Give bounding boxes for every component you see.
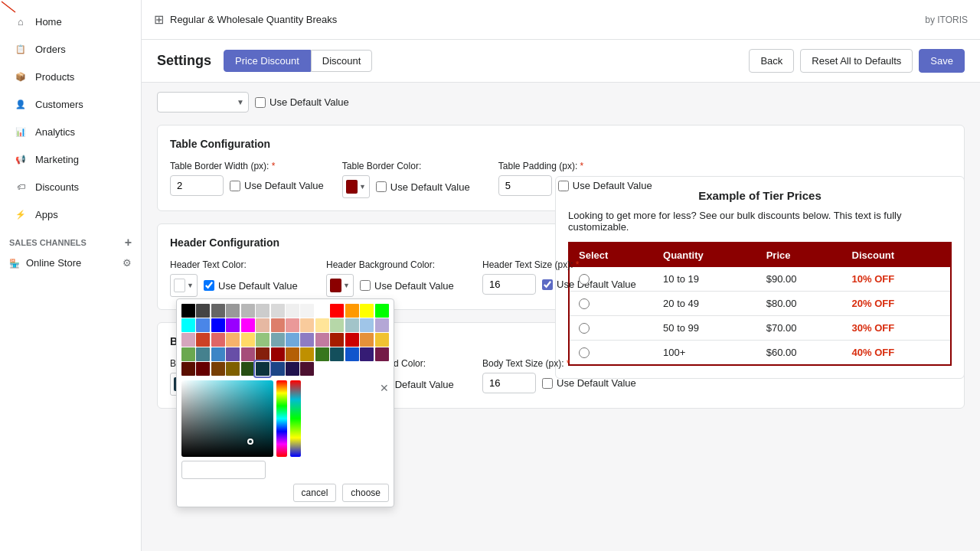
sidebar-item-marketing[interactable]: Marketing — [5, 146, 136, 172]
header-bg-checkbox[interactable] — [360, 280, 371, 291]
header-bg-color-swatch[interactable]: ▼ — [326, 274, 354, 297]
palette-color-61[interactable] — [256, 362, 270, 376]
header-text-color-use-default[interactable]: Use Default Value — [204, 280, 298, 292]
palette-color-17[interactable] — [226, 318, 240, 332]
palette-color-42[interactable] — [181, 347, 195, 361]
header-text-size-input[interactable] — [482, 274, 536, 295]
palette-color-26[interactable] — [360, 318, 374, 332]
header-text-size-checkbox[interactable] — [542, 279, 553, 290]
palette-color-35[interactable] — [286, 333, 299, 347]
palette-color-10[interactable] — [330, 304, 344, 318]
palette-color-19[interactable] — [256, 318, 270, 332]
body-text-size-use-default[interactable]: Use Default Value — [542, 377, 636, 389]
palette-color-2[interactable] — [211, 304, 225, 318]
palette-color-23[interactable] — [315, 318, 329, 332]
palette-color-63[interactable] — [286, 362, 299, 376]
alpha-slider[interactable] — [290, 380, 301, 457]
palette-color-55[interactable] — [375, 347, 389, 361]
palette-color-24[interactable] — [330, 318, 344, 332]
sidebar-item-home[interactable]: Home — [5, 8, 136, 34]
palette-color-9[interactable] — [315, 304, 329, 318]
palette-color-14[interactable] — [181, 318, 195, 332]
palette-color-36[interactable] — [300, 333, 314, 347]
header-text-color-swatch[interactable]: ▼ — [170, 274, 198, 297]
palette-color-58[interactable] — [211, 362, 225, 376]
palette-color-51[interactable] — [315, 347, 329, 361]
palette-color-37[interactable] — [315, 333, 329, 347]
palette-color-43[interactable] — [196, 347, 210, 361]
palette-color-52[interactable] — [330, 347, 344, 361]
tier-radio-2[interactable] — [579, 323, 590, 334]
tier-radio-0[interactable] — [579, 274, 590, 285]
palette-color-46[interactable] — [241, 347, 255, 361]
palette-color-40[interactable] — [360, 333, 374, 347]
palette-color-8[interactable] — [300, 304, 314, 318]
palette-color-4[interactable] — [241, 304, 255, 318]
palette-color-3[interactable] — [226, 304, 240, 318]
palette-color-57[interactable] — [196, 362, 210, 376]
palette-color-64[interactable] — [300, 362, 314, 376]
sidebar-item-apps[interactable]: Apps — [5, 201, 136, 227]
sidebar-item-customers[interactable]: Customers — [5, 91, 136, 117]
hex-input[interactable]: #0c343d — [181, 461, 266, 479]
tier-radio-3[interactable] — [579, 347, 590, 358]
palette-color-20[interactable] — [271, 318, 285, 332]
palette-color-45[interactable] — [226, 347, 240, 361]
add-channel-button[interactable]: + — [125, 236, 132, 249]
palette-color-21[interactable] — [286, 318, 299, 332]
palette-color-27[interactable] — [375, 318, 389, 332]
palette-color-29[interactable] — [196, 333, 210, 347]
border-width-use-default[interactable]: Use Default Value — [230, 180, 324, 191]
palette-color-6[interactable] — [271, 304, 285, 318]
choose-picker-button[interactable]: choose — [342, 484, 389, 502]
header-text-color-checkbox[interactable] — [204, 280, 214, 291]
palette-color-12[interactable] — [360, 304, 374, 318]
palette-color-60[interactable] — [241, 362, 255, 376]
palette-color-34[interactable] — [271, 333, 285, 347]
hue-slider[interactable] — [276, 380, 287, 457]
palette-color-25[interactable] — [345, 318, 359, 332]
border-color-default-checkbox[interactable] — [376, 181, 387, 192]
palette-color-31[interactable] — [226, 333, 240, 347]
table-border-color-swatch[interactable]: ▼ — [342, 175, 370, 198]
online-store-settings-icon[interactable]: ⚙ — [122, 257, 132, 269]
palette-color-11[interactable] — [345, 304, 359, 318]
padding-input[interactable] — [498, 175, 552, 196]
palette-color-56[interactable] — [181, 362, 195, 376]
palette-color-22[interactable] — [300, 318, 314, 332]
palette-color-54[interactable] — [360, 347, 374, 361]
palette-color-59[interactable] — [226, 362, 240, 376]
palette-color-33[interactable] — [256, 333, 270, 347]
palette-color-49[interactable] — [286, 347, 299, 361]
palette-color-7[interactable] — [286, 304, 299, 318]
padding-default-checkbox[interactable] — [558, 181, 569, 191]
sidebar-item-online-store[interactable]: Online Store ⚙ — [0, 253, 141, 273]
gradient-canvas-wrapper[interactable] — [181, 380, 273, 457]
sidebar-item-discounts[interactable]: Discounts — [5, 174, 136, 200]
palette-color-5[interactable] — [256, 304, 270, 318]
palette-color-48[interactable] — [271, 347, 285, 361]
close-picker-icon[interactable]: ✕ — [380, 382, 389, 394]
palette-color-32[interactable] — [241, 333, 255, 347]
radio-cell[interactable] — [579, 347, 645, 358]
reset-button[interactable]: Reset All to Defaults — [800, 49, 913, 73]
palette-color-16[interactable] — [211, 318, 225, 332]
palette-color-15[interactable] — [196, 318, 210, 332]
save-button[interactable]: Save — [919, 49, 965, 73]
palette-color-38[interactable] — [330, 333, 344, 347]
palette-color-41[interactable] — [375, 333, 389, 347]
sidebar-item-products[interactable]: Products — [5, 64, 136, 90]
tab-discount[interactable]: Discount — [311, 50, 373, 72]
back-button[interactable]: Back — [749, 49, 794, 73]
default-select[interactable] — [157, 92, 249, 112]
palette-color-62[interactable] — [271, 362, 285, 376]
palette-color-1[interactable] — [196, 304, 210, 318]
radio-cell[interactable] — [579, 323, 645, 334]
palette-color-18[interactable] — [241, 318, 255, 332]
sidebar-item-orders[interactable]: Orders — [5, 36, 136, 62]
tab-price-discount[interactable]: Price Discount — [224, 50, 311, 72]
radio-cell[interactable] — [579, 298, 645, 309]
border-width-input[interactable] — [170, 175, 224, 196]
palette-color-50[interactable] — [300, 347, 314, 361]
use-default-checkbox[interactable] — [255, 97, 266, 108]
